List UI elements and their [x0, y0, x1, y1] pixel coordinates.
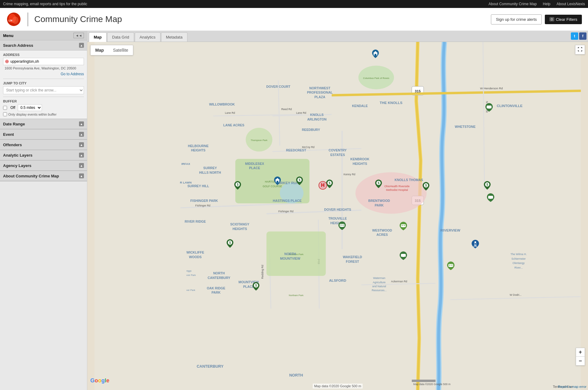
svg-point-156	[404, 257, 405, 258]
tab-analytics[interactable]: Analytics	[135, 32, 160, 42]
map-container[interactable]: Map Satellite 315 31	[87, 42, 588, 390]
analytic-layers-title: Analytic Layers	[3, 153, 32, 158]
svg-text:MOUNTVIEW: MOUNTVIEW	[280, 257, 300, 260]
svg-text:MIDDLESEX: MIDDLESEX	[245, 162, 264, 165]
svg-text:WICKLIFFE: WICKLIFFE	[187, 251, 204, 254]
divider2	[3, 97, 84, 97]
svg-text:315: 315	[415, 89, 421, 93]
svg-text:$: $	[229, 241, 231, 244]
svg-text:W Dodri...: W Dodri...	[510, 293, 522, 296]
svg-text:NORTHWEST: NORTHWEST	[309, 86, 330, 90]
car-marker-3[interactable]	[447, 262, 454, 271]
robbery-marker-1[interactable]: $	[234, 181, 241, 191]
svg-point-165	[492, 199, 493, 200]
svg-text:SURREY HILL: SURREY HILL	[187, 184, 209, 188]
event-title: Event	[3, 132, 14, 137]
buffer-only-checkbox[interactable]	[3, 112, 7, 116]
address-input[interactable]	[10, 59, 82, 64]
map-area: Map Data Grid Analytics Metadata t f Map…	[87, 31, 588, 390]
car-marker-right[interactable]	[487, 193, 494, 203]
map-view-button[interactable]: Map	[91, 45, 108, 55]
analytic-layers-header[interactable]: Analytic Layers ▲	[0, 150, 87, 160]
robbery-marker-5[interactable]: $	[423, 182, 429, 191]
clear-filters-button[interactable]: 0 Clear Filters	[545, 15, 582, 24]
agency-layers-toggle: ▲	[79, 163, 84, 168]
filter-count: 0	[549, 17, 554, 21]
svg-text:COVENTRY: COVENTRY	[329, 148, 347, 152]
tagline: Crime mapping, email reports and tips fo…	[3, 2, 87, 6]
car-marker-1[interactable]	[338, 221, 346, 231]
jump-city-select[interactable]: Start typing or click the arrow...	[3, 86, 84, 94]
robbery-marker-3[interactable]: $	[326, 180, 333, 189]
address-suggestion: 1600 Pennsylvania Ave, Washington, DC 20…	[5, 66, 84, 70]
date-range-header[interactable]: Date Range ▲	[0, 119, 87, 129]
buffer-row: Off 0.5 miles	[3, 104, 84, 111]
svg-text:TROUVILLE: TROUVILLE	[328, 217, 347, 220]
logo-divider	[28, 13, 28, 26]
buffer-checkbox[interactable]	[3, 106, 7, 110]
facebook-icon[interactable]: f	[579, 32, 586, 40]
satellite-view-button[interactable]: Satellite	[108, 45, 133, 55]
home-marker-1[interactable]	[372, 50, 379, 59]
map-report-error[interactable]: Report a map error	[558, 385, 586, 388]
offenders-section: Offenders ▲	[0, 140, 87, 150]
svg-text:ESTATES: ESTATES	[330, 153, 345, 157]
go-to-address-link[interactable]: Go to Address	[3, 72, 84, 76]
zoom-out-button[interactable]: −	[576, 357, 585, 365]
svg-text:FISHINGER PARK: FISHINGER PARK	[190, 199, 218, 202]
svg-text:ACRES: ACRES	[376, 233, 388, 236]
hospital-marker: H	[318, 181, 327, 190]
event-header[interactable]: Event ▲	[0, 129, 87, 139]
person-marker-1[interactable]	[472, 240, 479, 249]
robbery-marker-4[interactable]: $	[375, 180, 382, 189]
svg-text:KNOLLS THOMAS: KNOLLS THOMAS	[395, 178, 423, 182]
search-address-header[interactable]: Search Address ▲	[0, 40, 87, 50]
svg-text:OAK RIDGE: OAK RIDGE	[207, 286, 225, 290]
zoom-in-button[interactable]: +	[576, 348, 585, 357]
svg-rect-121	[375, 54, 376, 55]
svg-rect-153	[451, 265, 453, 266]
svg-text:ver Park: ver Park	[187, 289, 195, 292]
about-map-link[interactable]: About Community Crime Map	[488, 2, 537, 6]
offenders-title: Offenders	[3, 143, 22, 147]
tab-map[interactable]: Map	[89, 32, 107, 42]
svg-rect-142	[340, 225, 342, 226]
divider	[3, 79, 84, 79]
car-marker-5[interactable]	[485, 103, 493, 113]
offenders-header[interactable]: Offenders ▲	[0, 140, 87, 150]
about-ln-link[interactable]: About LexisNexis	[556, 2, 585, 6]
car-marker-2[interactable]	[400, 222, 407, 231]
car-marker-4[interactable]	[400, 251, 407, 261]
buffer-miles-select[interactable]: 0.5 miles	[18, 104, 42, 111]
date-range-section: Date Range ▲	[0, 119, 87, 129]
svg-text:NORTH: NORTH	[285, 252, 296, 256]
sign-up-button[interactable]: Sign up for crime alerts	[491, 14, 542, 24]
collapse-sidebar-button[interactable]: ◄◄	[74, 33, 84, 38]
svg-text:NORTH: NORTH	[289, 373, 303, 377]
about-header[interactable]: About Community Crime Map ▲	[0, 171, 87, 181]
agency-layers-title: Agency Layers	[3, 163, 32, 168]
robbery-marker-6[interactable]: $	[227, 239, 233, 249]
svg-text:SCIOTANGY: SCIOTANGY	[230, 222, 249, 226]
help-link[interactable]: Help	[543, 2, 551, 6]
svg-text:Agriculture: Agriculture	[373, 281, 386, 284]
svg-text:KENDALE: KENDALE	[352, 104, 368, 108]
tab-data-grid[interactable]: Data Grid	[107, 32, 134, 42]
tab-metadata[interactable]: Metadata	[161, 32, 187, 42]
svg-text:LANE ACRES: LANE ACRES	[223, 123, 244, 127]
robbery-marker-8[interactable]: $	[484, 181, 491, 191]
svg-text:The Wilma H.: The Wilma H.	[511, 253, 527, 256]
twitter-icon[interactable]: t	[571, 32, 578, 40]
address-add-button[interactable]: ⊕	[5, 59, 9, 64]
svg-text:PLACE: PLACE	[249, 166, 260, 170]
svg-text:ALSFORD: ALSFORD	[329, 278, 346, 282]
svg-text:HELBOURNE: HELBOURNE	[188, 144, 209, 148]
fullscreen-button[interactable]	[575, 45, 585, 54]
home-marker-2[interactable]	[274, 176, 281, 186]
buffer-off-label: Off	[10, 106, 15, 110]
map-tabs: Map Data Grid Analytics Metadata t f	[87, 31, 588, 42]
svg-text:$: $	[237, 183, 239, 186]
robbery-marker-7[interactable]: $	[253, 282, 259, 292]
robbery-marker-2[interactable]: $	[296, 176, 303, 186]
agency-layers-header[interactable]: Agency Layers ▲	[0, 161, 87, 171]
